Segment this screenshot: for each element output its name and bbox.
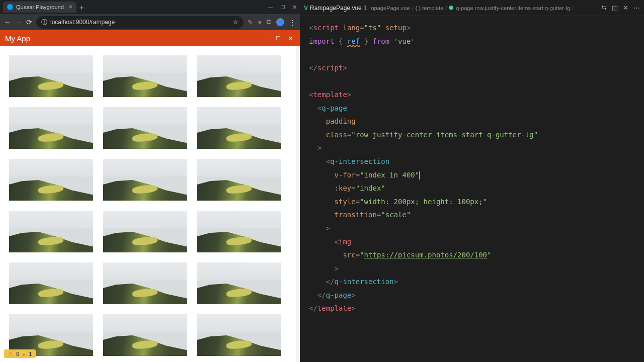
star-icon[interactable]: ☆: [233, 19, 238, 26]
breadcrumb-a: npagePage.vue: [371, 5, 410, 11]
editor-header: V RampagePage.vue 1 npagePage.vue / { } …: [300, 0, 644, 16]
info-icon: ⓘ: [41, 18, 47, 27]
forward-icon[interactable]: →: [15, 18, 22, 26]
breadcrumb-c: q-page.row.justify-center.items-start.q-…: [456, 5, 570, 11]
app-maximize-icon[interactable]: ☐: [274, 34, 283, 43]
thumbnail: [103, 314, 187, 356]
breadcrumb-icon: ⬢: [449, 5, 454, 11]
error-icon: ⬥: [22, 351, 26, 357]
thumbnail: [197, 211, 281, 252]
editor-actions: ⇆ ◫ ✕ ⋯: [601, 4, 640, 12]
extension-icon-1[interactable]: ✎: [248, 19, 253, 26]
thumbnail: [197, 159, 281, 201]
thumbnail: [197, 262, 281, 304]
url-input[interactable]: ⓘ localhost:9000/rampage ☆: [36, 16, 244, 29]
breadcrumb-b: { } template: [416, 5, 444, 11]
compare-icon[interactable]: ⇆: [601, 4, 607, 12]
warning-count: 0: [16, 351, 19, 357]
extension-icon-2[interactable]: ▾: [258, 19, 262, 26]
minimize-icon[interactable]: —: [268, 4, 273, 11]
reload-icon[interactable]: ⟳: [26, 18, 32, 26]
thumbnail: [103, 262, 187, 304]
thumbnail: [103, 211, 187, 252]
app-title: My App: [5, 34, 30, 43]
scrollbar[interactable]: [296, 46, 300, 362]
thumbnail: [197, 55, 281, 97]
browser-tab[interactable]: Quasar Playground ×: [3, 2, 76, 13]
back-icon[interactable]: ←: [4, 18, 11, 26]
app-header: My App — ☐ ✕: [0, 30, 300, 46]
browser-window: Quasar Playground × + — ☐ ✕ ← → ⟳ ⓘ loca…: [0, 0, 300, 362]
thumbnail: [9, 262, 93, 304]
breadcrumb[interactable]: npagePage.vue / { } template / ⬢ q-page.…: [371, 5, 574, 11]
app-minimize-icon[interactable]: —: [262, 34, 271, 43]
tab-title: Quasar Playground: [16, 4, 64, 10]
app-close-icon[interactable]: ✕: [286, 34, 295, 43]
app-content: ⚠ 0 ⬥ 1: [0, 46, 300, 362]
editor-modified-count: 1: [364, 5, 367, 12]
thumbnail: [103, 55, 187, 97]
thumbnail: [9, 159, 93, 201]
thumbnail: [9, 211, 93, 252]
status-bar[interactable]: ⚠ 0 ⬥ 1: [4, 349, 36, 358]
browser-toolbar: ← → ⟳ ⓘ localhost:9000/rampage ☆ ✎ ▾ ⧉ ⋮: [0, 14, 300, 30]
window-controls: — ☐ ✕: [268, 4, 297, 11]
toolbar-icons: ✎ ▾ ⧉ ⋮: [248, 18, 296, 26]
thumbnail: [103, 107, 187, 149]
editor-window: V RampagePage.vue 1 npagePage.vue / { } …: [300, 0, 644, 362]
warning-icon: ⚠: [8, 350, 13, 357]
close-editor-icon[interactable]: ✕: [623, 4, 628, 12]
new-tab-button[interactable]: +: [79, 3, 84, 12]
thumbnail: [9, 107, 93, 149]
vue-icon: V: [304, 5, 308, 12]
thumbnail: [197, 107, 281, 149]
split-icon[interactable]: ◫: [612, 4, 618, 12]
image-grid: [0, 46, 300, 362]
more-icon[interactable]: ⋯: [633, 4, 640, 12]
browser-tab-bar: Quasar Playground × + — ☐ ✕: [0, 0, 300, 14]
editor-tab[interactable]: V RampagePage.vue 1: [304, 5, 367, 12]
error-count: 1: [29, 351, 32, 357]
url-text: localhost:9000/rampage: [50, 19, 115, 26]
profile-avatar[interactable]: [276, 18, 284, 26]
maximize-icon[interactable]: ☐: [280, 4, 285, 11]
thumbnail: [9, 55, 93, 97]
thumbnail: [197, 314, 281, 356]
extension-icon-3[interactable]: ⧉: [267, 18, 271, 26]
text-cursor: [419, 171, 420, 179]
thumbnail: [103, 159, 187, 201]
close-icon[interactable]: ✕: [292, 4, 297, 11]
code-editor[interactable]: <script lang="ts" setup> import { ref } …: [300, 16, 644, 362]
close-icon[interactable]: ×: [69, 4, 72, 11]
menu-icon[interactable]: ⋮: [289, 19, 296, 26]
editor-filename: RampagePage.vue: [310, 5, 362, 12]
quasar-favicon: [7, 4, 13, 10]
